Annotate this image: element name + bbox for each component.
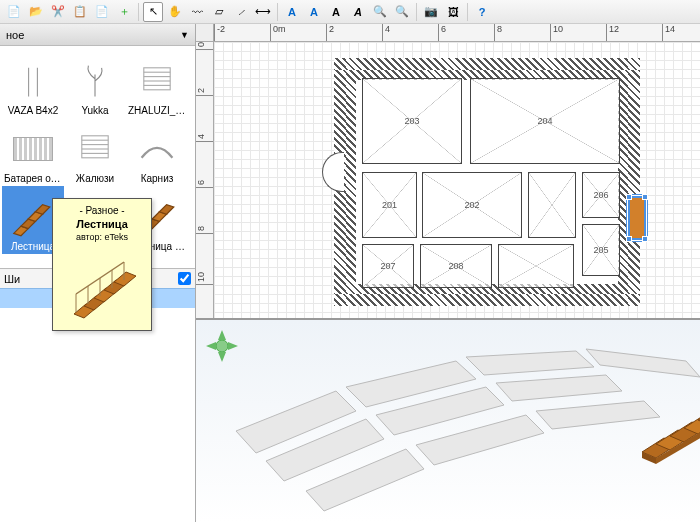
cornice-icon	[133, 127, 181, 171]
staircase-object-selected[interactable]	[628, 196, 646, 240]
zoom-in-icon[interactable]: 🔍	[392, 2, 412, 22]
stairs-icon	[9, 195, 57, 239]
text-d-icon[interactable]: A	[348, 2, 368, 22]
camera-icon[interactable]: 📷	[421, 2, 441, 22]
chevron-down-icon: ▼	[180, 30, 189, 40]
plan-view[interactable]: -20m2468101214 0246810 20320420120220620…	[196, 24, 700, 320]
svg-marker-15	[35, 205, 49, 215]
ruler-tick: 2	[196, 88, 213, 96]
tooltip-name: Лестница	[57, 218, 147, 230]
room-number: 207	[380, 261, 395, 271]
room[interactable]: 205	[582, 224, 620, 276]
furniture-item[interactable]: VAZA B4x2	[2, 50, 64, 118]
snapshot-icon[interactable]: 🖼	[443, 2, 463, 22]
dimension-icon[interactable]: ⟷	[253, 2, 273, 22]
room[interactable]: 204	[470, 78, 620, 164]
room-number: 204	[537, 116, 552, 126]
room-number: 203	[404, 116, 419, 126]
new-icon[interactable]: 📄	[4, 2, 24, 22]
room[interactable]: 208	[420, 244, 492, 288]
tooltip-category: - Разное -	[57, 205, 147, 216]
floorplan: 203204201202206205207208	[334, 58, 640, 306]
furniture-item[interactable]: Yukka	[64, 50, 126, 118]
ruler-tick: -2	[214, 24, 225, 41]
tooltip-author: автор: eTeks	[57, 232, 147, 242]
resize-handle[interactable]	[642, 194, 648, 200]
ruler-tick: 0	[196, 42, 213, 50]
room-number: 208	[448, 261, 463, 271]
radiator-icon	[9, 127, 57, 171]
furniture-item[interactable]: Жалюзи	[64, 118, 126, 186]
svg-marker-36	[586, 349, 700, 377]
text-a-icon[interactable]: A	[282, 2, 302, 22]
svg-rect-2	[144, 68, 170, 90]
furniture-tooltip: - Разное - Лестница автор: eTeks	[52, 198, 152, 331]
furniture-item[interactable]: ZHALUZI_g...	[126, 50, 188, 118]
room[interactable]: 207	[362, 244, 414, 288]
svg-marker-23	[159, 205, 173, 215]
ruler-vertical: 0246810	[196, 42, 214, 318]
category-label: ное	[6, 29, 24, 41]
ruler-horizontal: -20m2468101214	[214, 24, 700, 42]
furniture-item[interactable]: Карниз	[126, 118, 188, 186]
resize-handle[interactable]	[626, 194, 632, 200]
ruler-tick: 6	[438, 24, 446, 41]
furniture-label: Жалюзи	[66, 173, 124, 184]
ruler-origin	[196, 24, 214, 42]
room-number: 206	[593, 190, 608, 200]
plan-canvas[interactable]: 203204201202206205207208	[214, 42, 700, 318]
wall-icon[interactable]: 〰	[187, 2, 207, 22]
plant-icon	[71, 59, 119, 103]
furniture-label: Yukka	[66, 105, 124, 116]
select-icon[interactable]: ↖	[143, 2, 163, 22]
add-icon[interactable]: ＋	[114, 2, 134, 22]
room[interactable]: 201	[362, 172, 417, 238]
svg-marker-35	[466, 351, 594, 375]
open-icon[interactable]: 📂	[26, 2, 46, 22]
ruler-tick: 10	[550, 24, 563, 41]
room[interactable]: 203	[362, 78, 462, 164]
ruler-tick: 8	[494, 24, 502, 41]
view-3d[interactable]	[196, 320, 700, 522]
room-icon[interactable]: ▱	[209, 2, 229, 22]
furniture-label: VAZA B4x2	[4, 105, 62, 116]
copy-icon[interactable]: 📋	[70, 2, 90, 22]
zoom-out-icon[interactable]: 🔍	[370, 2, 390, 22]
visibility-checkbox[interactable]	[178, 272, 191, 285]
cut-icon[interactable]: ✂️	[48, 2, 68, 22]
help-icon[interactable]: ?	[472, 2, 492, 22]
walls-3d	[196, 320, 700, 522]
text-b-icon[interactable]: A	[304, 2, 324, 22]
blinds-icon	[133, 59, 181, 103]
ruler-tick: 10	[196, 272, 213, 285]
ruler-tick: 0m	[270, 24, 286, 41]
furniture-item[interactable]: Батарея от...	[2, 118, 64, 186]
text-c-icon[interactable]: A	[326, 2, 346, 22]
ruler-tick: 2	[326, 24, 334, 41]
ruler-tick: 4	[382, 24, 390, 41]
ruler-tick: 12	[606, 24, 619, 41]
polyline-icon[interactable]: ⟋	[231, 2, 251, 22]
ruler-tick: 8	[196, 226, 213, 234]
furniture-label: Карниз	[128, 173, 186, 184]
room[interactable]: 206	[582, 172, 620, 218]
ruler-tick: 14	[662, 24, 675, 41]
pan-icon[interactable]: ✋	[165, 2, 185, 22]
room[interactable]	[498, 244, 574, 288]
ruler-tick: 6	[196, 180, 213, 188]
main-toolbar: 📄 📂 ✂️ 📋 📄 ＋ ↖ ✋ 〰 ▱ ⟋ ⟷ A A A A 🔍 🔍 📷 🖼…	[0, 0, 700, 24]
resize-handle[interactable]	[642, 236, 648, 242]
paste-icon[interactable]: 📄	[92, 2, 112, 22]
resize-handle[interactable]	[626, 236, 632, 242]
room-number: 202	[464, 200, 479, 210]
ruler-tick: 4	[196, 134, 213, 142]
staircase-3d	[634, 394, 700, 464]
category-dropdown[interactable]: ное ▼	[0, 24, 195, 46]
room[interactable]	[528, 172, 576, 238]
room-number: 205	[593, 245, 608, 255]
svg-rect-7	[82, 136, 108, 158]
room-number: 201	[382, 200, 397, 210]
furniture-label: ZHALUZI_g...	[128, 105, 186, 116]
furniture-label: Батарея от...	[4, 173, 62, 184]
room[interactable]: 202	[422, 172, 522, 238]
